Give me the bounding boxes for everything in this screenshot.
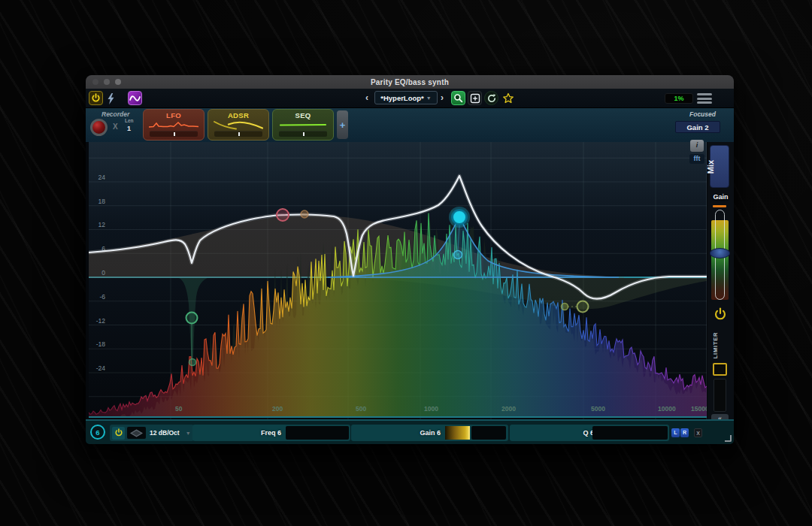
resize-grip[interactable] bbox=[725, 435, 732, 442]
lfo-amount-slider[interactable] bbox=[150, 131, 198, 137]
gain-fader-cap[interactable] bbox=[713, 205, 726, 207]
band-point-red[interactable] bbox=[277, 209, 289, 221]
band-subpoint-olive[interactable] bbox=[562, 304, 568, 310]
band-point-olive[interactable] bbox=[577, 301, 589, 313]
limiter-threshold-handle[interactable] bbox=[713, 363, 727, 376]
band-point-cyan-selected[interactable] bbox=[453, 210, 467, 225]
fft-toggle-button[interactable]: fft bbox=[689, 154, 704, 164]
eq-plot-area: 24181260-6-12-18-24502005001000200050001… bbox=[89, 142, 707, 419]
save-preset-button[interactable] bbox=[468, 91, 482, 105]
slope-selector[interactable]: 12 dB/Oct bbox=[150, 429, 180, 437]
freq-tick-label: 1000 bbox=[424, 405, 438, 413]
modulator-bar: Recorder X Len 1 LFO ADSR SE bbox=[86, 108, 734, 142]
db-tick-label: -24 bbox=[96, 364, 106, 372]
eq-display-row: 24181260-6-12-18-24502005001000200050001… bbox=[86, 142, 734, 419]
db-tick-label: -18 bbox=[96, 340, 106, 348]
preset-prev-button[interactable]: ‹ bbox=[365, 92, 368, 104]
lightning-bolt-icon[interactable] bbox=[105, 92, 117, 105]
db-tick-label: 0 bbox=[102, 269, 105, 277]
db-tick-label: 24 bbox=[98, 174, 106, 181]
right-sidebar: Mix Gain LIMITER « bbox=[707, 142, 734, 419]
band-point-green[interactable] bbox=[186, 313, 198, 324]
close-band-button[interactable]: X bbox=[694, 428, 702, 437]
freq-tick-label: 15000 bbox=[691, 405, 707, 413]
seq-line bbox=[278, 119, 328, 130]
limiter-reduction-meter bbox=[714, 379, 726, 412]
limiter-label: LIMITER bbox=[712, 332, 719, 359]
band-subpoint-green[interactable] bbox=[189, 359, 196, 366]
adsr-modulator-card[interactable]: ADSR bbox=[208, 109, 269, 141]
star-icon bbox=[502, 92, 514, 104]
freq-field-label: Freq 6 bbox=[261, 425, 281, 441]
window-title: Parity EQ/bass synth bbox=[86, 78, 734, 86]
freq-tick-label: 5000 bbox=[591, 405, 605, 413]
plugin-power-button[interactable] bbox=[89, 91, 103, 105]
add-modulator-button[interactable]: + bbox=[337, 110, 348, 139]
length-label: Len bbox=[125, 118, 134, 123]
db-tick-label: -6 bbox=[99, 293, 105, 301]
preset-name: *HyperLoop* bbox=[380, 94, 424, 102]
db-tick-label: 12 bbox=[98, 221, 106, 228]
lfo-modulator-card[interactable]: LFO bbox=[143, 109, 205, 141]
focused-label: Focused bbox=[689, 110, 716, 118]
adsr-amount-slider[interactable] bbox=[214, 131, 262, 137]
q-field[interactable]: Q 6 bbox=[510, 425, 669, 441]
info-button[interactable]: i bbox=[690, 140, 704, 152]
gain-value-box[interactable] bbox=[471, 426, 506, 440]
main-toolbar: ‹ *HyperLoop* ▼ › bbox=[86, 89, 734, 108]
gain-field-label: Gain 6 bbox=[420, 425, 441, 441]
seq-amount-slider[interactable] bbox=[279, 131, 327, 137]
freq-value-box[interactable] bbox=[286, 426, 349, 440]
db-tick-label: -12 bbox=[96, 317, 106, 325]
preset-selector[interactable]: *HyperLoop* ▼ bbox=[374, 91, 438, 104]
seq-label: SEQ bbox=[273, 111, 333, 119]
waveform-tool-icon[interactable] bbox=[128, 91, 142, 105]
freq-tick-label: 10000 bbox=[658, 405, 676, 413]
chevron-down-icon: ▼ bbox=[426, 95, 432, 101]
chevron-down-icon: ▼ bbox=[186, 431, 191, 436]
power-icon bbox=[114, 428, 123, 437]
preset-search-button[interactable] bbox=[451, 91, 465, 105]
seq-modulator-card[interactable]: SEQ bbox=[272, 109, 334, 141]
adsr-envelope bbox=[214, 119, 263, 130]
reload-preset-button[interactable] bbox=[484, 91, 498, 105]
right-channel-button[interactable]: R bbox=[680, 428, 689, 437]
filter-shape-icon[interactable] bbox=[127, 427, 146, 439]
recorder-clear-button[interactable]: X bbox=[113, 122, 118, 131]
lfo-label: LFO bbox=[144, 111, 204, 119]
recorder-label: Recorder bbox=[102, 110, 129, 118]
length-value[interactable]: 1 bbox=[127, 125, 131, 132]
left-channel-button[interactable]: L bbox=[671, 428, 680, 437]
band-number-badge[interactable]: 6 bbox=[90, 425, 105, 440]
menu-button[interactable] bbox=[697, 92, 712, 104]
cpu-meter-badge: 1% bbox=[665, 93, 693, 104]
db-tick-label: 18 bbox=[98, 198, 106, 205]
gain-value-indicator bbox=[445, 426, 470, 440]
tab-mix[interactable]: Mix bbox=[710, 145, 729, 188]
power-icon bbox=[91, 93, 101, 103]
mix-tab-label: Mix bbox=[706, 160, 715, 174]
band-parameter-bar: 6 12 dB/Oct ▼ Freq 6 Gain 6 bbox=[86, 419, 734, 444]
gain-field[interactable]: Gain 6 bbox=[351, 425, 508, 441]
title-bar: Parity EQ/bass synth bbox=[86, 75, 734, 89]
limiter-power-button[interactable] bbox=[713, 307, 728, 322]
adsr-label: ADSR bbox=[208, 111, 268, 119]
freq-tick-label: 50 bbox=[175, 405, 183, 413]
power-icon bbox=[713, 307, 728, 322]
gain-fader-label: Gain bbox=[707, 193, 734, 201]
favorite-star-button[interactable] bbox=[501, 91, 515, 105]
focused-target-selector[interactable]: Gain 2 bbox=[675, 121, 720, 133]
eq-spectrum-canvas[interactable]: 24181260-6-12-18-24502005001000200050001… bbox=[89, 142, 707, 419]
freq-field[interactable]: Freq 6 bbox=[192, 425, 350, 441]
band-type-group: 12 dB/Oct ▼ bbox=[110, 425, 194, 441]
freq-tick-label: 500 bbox=[356, 405, 366, 413]
band-subpoint-cyan[interactable] bbox=[454, 251, 462, 259]
q-value-box[interactable] bbox=[592, 426, 668, 440]
band-power-button[interactable] bbox=[112, 427, 125, 440]
lfo-waveform bbox=[149, 119, 198, 130]
record-button[interactable] bbox=[90, 119, 108, 136]
preset-next-button[interactable]: › bbox=[441, 92, 444, 104]
band-point-brown[interactable] bbox=[301, 210, 308, 218]
refresh-icon bbox=[486, 93, 497, 104]
gain-fader-handle[interactable] bbox=[710, 248, 730, 258]
